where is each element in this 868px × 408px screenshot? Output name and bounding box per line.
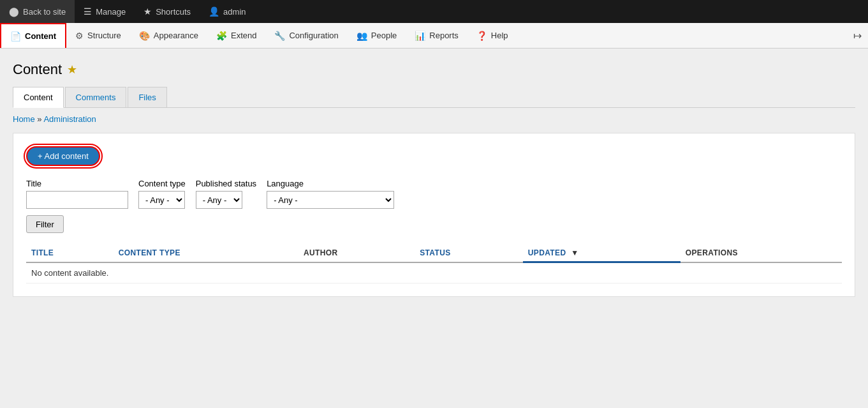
nav-extend-label: Extend xyxy=(231,31,256,40)
language-filter-field: Language - Any - xyxy=(267,179,394,209)
sort-arrow-icon: ▼ xyxy=(571,248,578,257)
nav-structure[interactable]: ⚙ Structure xyxy=(66,23,130,48)
nav-reports-label: Reports xyxy=(429,31,459,40)
content-type-label: Content type xyxy=(138,179,186,188)
manage-icon: ☰ xyxy=(84,6,92,17)
nav-appearance-label: Appearance xyxy=(154,31,198,40)
no-content-message: No content available. xyxy=(31,263,108,283)
help-icon: ❓ xyxy=(476,31,487,41)
table-row: No content available. xyxy=(26,262,842,283)
home-icon: ⬤ xyxy=(9,6,19,17)
filter-form: Title Content type - Any - Published sta… xyxy=(26,179,842,233)
page-title-row: Content ★ xyxy=(13,61,855,78)
nav-people[interactable]: 👥 People xyxy=(348,23,406,48)
col-title[interactable]: TITLE xyxy=(26,243,114,262)
nav-structure-label: Structure xyxy=(87,31,121,40)
add-content-button[interactable]: + Add content xyxy=(26,146,100,166)
user-icon: 👤 xyxy=(209,6,219,17)
structure-icon: ⚙ xyxy=(75,31,84,41)
tab-content[interactable]: Content xyxy=(13,87,64,108)
filter-fields: Title Content type - Any - Published sta… xyxy=(26,179,842,209)
manage-btn[interactable]: ☰ Manage xyxy=(75,0,135,23)
table-header-row: TITLE CONTENT TYPE AUTHOR STATUS UPDATED… xyxy=(26,243,842,262)
manage-label: Manage xyxy=(96,7,126,17)
nav-content-label: Content xyxy=(25,31,56,41)
content-area: + Add content Title Content type - Any -… xyxy=(13,133,855,297)
favorite-star-icon[interactable]: ★ xyxy=(67,63,77,77)
title-filter-field: Title xyxy=(26,179,128,209)
content-nav-icon: 📄 xyxy=(10,31,21,42)
back-to-site-btn[interactable]: ⬤ Back to site xyxy=(0,0,75,23)
page-tabs: Content Comments Files xyxy=(13,87,855,108)
nav-bar: 📄 Content ⚙ Structure 🎨 Appearance 🧩 Ext… xyxy=(0,23,868,49)
shortcuts-label: Shortcuts xyxy=(156,7,191,17)
published-status-label: Published status xyxy=(196,179,256,188)
col-updated[interactable]: UPDATED ▼ xyxy=(523,243,680,262)
col-operations: OPERATIONS xyxy=(680,243,842,262)
content-type-filter-field: Content type - Any - xyxy=(138,179,186,209)
admin-user-btn[interactable]: 👤 admin xyxy=(200,0,254,23)
extend-icon: 🧩 xyxy=(216,31,227,41)
nav-extend[interactable]: 🧩 Extend xyxy=(207,23,265,48)
language-select[interactable]: - Any - xyxy=(267,191,394,209)
nav-spacer xyxy=(517,23,847,48)
nav-appearance[interactable]: 🎨 Appearance xyxy=(130,23,207,48)
content-table: TITLE CONTENT TYPE AUTHOR STATUS UPDATED… xyxy=(26,243,842,283)
breadcrumb-separator: » xyxy=(37,114,43,124)
nav-configuration[interactable]: 🔧 Configuration xyxy=(265,23,347,48)
shortcuts-icon: ★ xyxy=(143,6,152,17)
breadcrumb: Home » Administration xyxy=(13,114,855,124)
configuration-icon: 🔧 xyxy=(274,31,285,41)
col-content-type[interactable]: CONTENT TYPE xyxy=(114,243,298,262)
admin-bar: ⬤ Back to site ☰ Manage ★ Shortcuts 👤 ad… xyxy=(0,0,868,23)
content-type-select[interactable]: - Any - xyxy=(138,191,185,209)
breadcrumb-home[interactable]: Home xyxy=(13,114,35,124)
back-to-site-label: Back to site xyxy=(23,7,66,17)
filter-button[interactable]: Filter xyxy=(26,215,64,233)
nav-people-label: People xyxy=(371,31,397,40)
page-area: Content ★ Content Comments Files Home » … xyxy=(0,49,868,408)
admin-label: admin xyxy=(223,7,246,17)
tab-comments[interactable]: Comments xyxy=(65,87,127,107)
nav-collapse-btn[interactable]: ↦ xyxy=(847,23,868,48)
shortcuts-btn[interactable]: ★ Shortcuts xyxy=(135,0,200,23)
col-author: AUTHOR xyxy=(298,243,415,262)
nav-reports[interactable]: 📊 Reports xyxy=(406,23,467,48)
tab-files[interactable]: Files xyxy=(128,87,166,107)
nav-help[interactable]: ❓ Help xyxy=(467,23,517,48)
published-status-filter-field: Published status - Any - xyxy=(196,179,256,209)
title-label: Title xyxy=(26,179,128,188)
breadcrumb-admin[interactable]: Administration xyxy=(43,114,96,124)
people-icon: 👥 xyxy=(357,31,367,41)
nav-help-label: Help xyxy=(491,31,508,40)
language-label: Language xyxy=(267,179,394,188)
nav-content[interactable]: 📄 Content xyxy=(0,23,66,48)
page-title: Content xyxy=(13,61,62,78)
col-status[interactable]: STATUS xyxy=(415,243,523,262)
reports-icon: 📊 xyxy=(415,31,425,41)
published-status-select[interactable]: - Any - xyxy=(196,191,242,209)
title-input[interactable] xyxy=(26,191,128,209)
appearance-icon: 🎨 xyxy=(139,31,150,41)
nav-configuration-label: Configuration xyxy=(289,31,338,40)
